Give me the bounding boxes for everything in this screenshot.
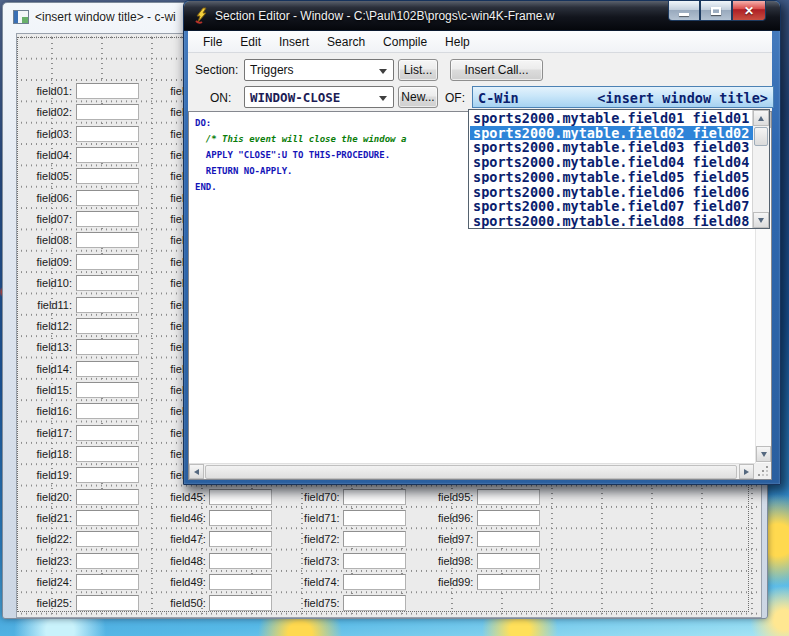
field-label: field17: (28, 427, 72, 439)
field-input[interactable] (76, 425, 139, 441)
field-input[interactable] (477, 553, 540, 569)
dropdown-item[interactable]: sports2000.mytable.field04 field04 (470, 155, 753, 170)
field-input[interactable] (477, 510, 540, 526)
field-input[interactable] (477, 574, 540, 590)
field-input[interactable] (76, 254, 139, 270)
code-line: /* This event will close the window a (195, 131, 406, 147)
field-input[interactable] (76, 382, 139, 398)
field-input[interactable] (343, 553, 406, 569)
scroll-left-button[interactable] (189, 464, 204, 479)
field-input[interactable] (209, 489, 272, 505)
maximize-button[interactable] (700, 1, 732, 21)
field-input[interactable] (76, 211, 139, 227)
insert-call-button[interactable]: Insert Call... (450, 59, 543, 81)
dropdown-item[interactable]: sports2000.mytable.field02 field02 (470, 126, 753, 141)
field-input[interactable] (343, 531, 406, 547)
field-input[interactable] (76, 83, 139, 99)
field-input[interactable] (76, 190, 139, 206)
field-label: field45: (162, 491, 206, 503)
dropdown-item[interactable]: sports2000.mytable.field08 field08 (470, 214, 753, 229)
menu-item-compile[interactable]: Compile (374, 32, 436, 52)
of-combobox[interactable]: C-Win <insert window title> (472, 86, 774, 108)
field-label: field74: (296, 576, 340, 588)
section-editor-icon (193, 7, 210, 24)
field-label: field72: (296, 533, 340, 545)
section-editor-titlebar[interactable]: Section Editor - Window - C:\Paul\102B\p… (184, 1, 780, 31)
field-input[interactable] (76, 339, 139, 355)
field-label: field95: (429, 491, 473, 503)
field-input[interactable] (76, 318, 139, 334)
field-input[interactable] (76, 403, 139, 419)
dropdown-scroll-up-button[interactable] (753, 110, 769, 126)
dropdown-scrollbar[interactable] (752, 110, 769, 228)
field-input[interactable] (76, 553, 139, 569)
section-editor-window[interactable]: Section Editor - Window - C:\Paul\102B\p… (183, 0, 781, 485)
field-label: field05: (28, 170, 72, 182)
field-label: field47: (162, 533, 206, 545)
window-icon (13, 10, 29, 24)
field-input[interactable] (76, 104, 139, 120)
dropdown-item[interactable]: sports2000.mytable.field07 field07 (470, 199, 753, 214)
field-input[interactable] (76, 275, 139, 291)
horizontal-scroll-thumb[interactable] (205, 465, 737, 479)
toolbar: Section: Triggers List... Insert Call...… (188, 53, 772, 111)
field-input[interactable] (76, 126, 139, 142)
field-input[interactable] (76, 574, 139, 590)
field-input[interactable] (76, 168, 139, 184)
field-input[interactable] (209, 510, 272, 526)
section-combobox[interactable]: Triggers (244, 59, 394, 81)
field-input[interactable] (76, 595, 139, 611)
scroll-right-button[interactable] (739, 464, 754, 479)
minimize-button[interactable] (668, 1, 700, 21)
field-input[interactable] (477, 489, 540, 505)
field-input[interactable] (76, 232, 139, 248)
field-input[interactable] (76, 361, 139, 377)
menu-item-search[interactable]: Search (318, 32, 374, 52)
field-input[interactable] (76, 297, 139, 313)
menu-item-file[interactable]: File (194, 32, 231, 52)
field-label: field96: (429, 512, 473, 524)
horizontal-scrollbar[interactable] (189, 463, 755, 479)
field-input[interactable] (343, 595, 406, 611)
close-button[interactable]: ✕ (732, 1, 766, 21)
code-segment-plain (195, 134, 206, 144)
field-input[interactable] (209, 531, 272, 547)
field-input[interactable] (209, 595, 272, 611)
scroll-down-button[interactable] (756, 446, 771, 462)
arrow-right-icon (744, 469, 749, 475)
field-input[interactable] (76, 489, 139, 505)
field-input[interactable] (76, 510, 139, 526)
field-input[interactable] (343, 489, 406, 505)
arrow-down-icon (758, 218, 764, 223)
list-button[interactable]: List... (398, 59, 438, 81)
field-input[interactable] (343, 574, 406, 590)
field-dropdown-list[interactable]: sports2000.mytable.field01 field01sports… (468, 109, 770, 229)
menu-item-help[interactable]: Help (436, 32, 479, 52)
field-input[interactable] (76, 531, 139, 547)
dropdown-scroll-down-button[interactable] (753, 212, 769, 228)
field-label: field21: (28, 512, 72, 524)
field-input[interactable] (477, 531, 540, 547)
field-input[interactable] (209, 574, 272, 590)
of-combobox-hint: <insert window title> (597, 90, 768, 106)
new-button[interactable]: New... (398, 86, 438, 108)
field-label: field06: (28, 192, 72, 204)
field-input[interactable] (76, 446, 139, 462)
field-input[interactable] (76, 147, 139, 163)
resize-grip[interactable] (755, 463, 771, 479)
on-combobox[interactable]: WINDOW-CLOSE (244, 86, 394, 108)
field-input[interactable] (209, 553, 272, 569)
field-label: field16: (28, 405, 72, 417)
dropdown-item[interactable]: sports2000.mytable.field01 field01 (470, 111, 753, 126)
dropdown-item[interactable]: sports2000.mytable.field05 field05 (470, 170, 753, 185)
menu-item-edit[interactable]: Edit (231, 32, 270, 52)
field-input[interactable] (76, 467, 139, 483)
dropdown-item[interactable]: sports2000.mytable.field06 field06 (470, 185, 753, 200)
field-input[interactable] (343, 510, 406, 526)
code-text[interactable]: DO: /* This event will close the window … (195, 115, 406, 195)
dropdown-item[interactable]: sports2000.mytable.field03 field03 (470, 140, 753, 155)
field-label: field50: (162, 597, 206, 609)
menu-item-insert[interactable]: Insert (270, 32, 318, 52)
dropdown-scroll-thumb[interactable] (754, 127, 768, 146)
field-label: field02: (28, 106, 72, 118)
